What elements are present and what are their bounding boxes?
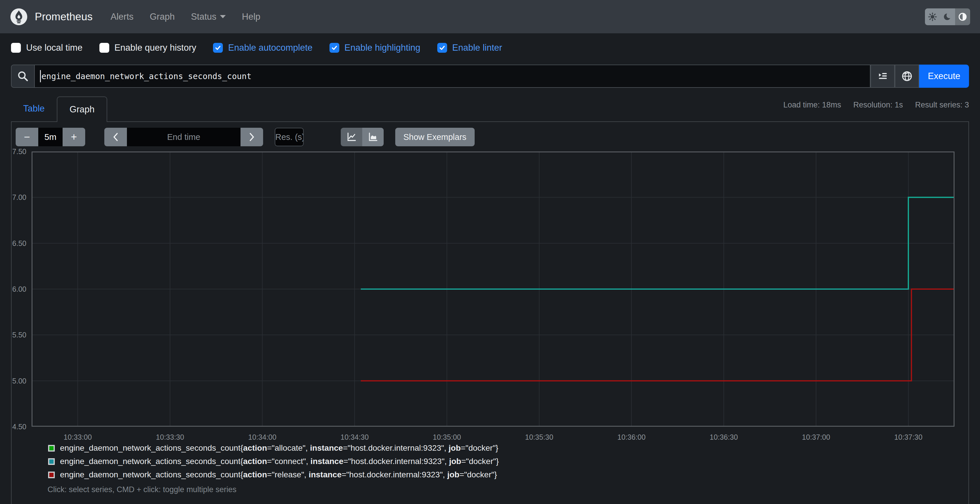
- nav-alerts[interactable]: Alerts: [111, 11, 134, 22]
- nav-graph[interactable]: Graph: [150, 11, 175, 22]
- query-options-row: Use local timeEnable query historyEnable…: [0, 33, 980, 60]
- search-icon: [17, 70, 29, 82]
- circle-half-icon: [958, 12, 967, 21]
- tab-table[interactable]: Table: [11, 96, 57, 121]
- result-tabs: Table Graph Load time: 18ms Resolution: …: [11, 96, 969, 121]
- stacked-chart-mode-button[interactable]: [362, 128, 383, 146]
- graph-panel: − +: [11, 121, 969, 504]
- stacked-chart-icon: [368, 132, 378, 142]
- show-exemplars-button[interactable]: Show Exemplars: [395, 128, 475, 146]
- decrease-range-button[interactable]: −: [16, 128, 38, 146]
- y-axis-tick-label: 7.50: [0, 148, 26, 156]
- x-axis-tick-label: 10:33:00: [64, 433, 92, 442]
- option-label: Enable query history: [115, 43, 196, 53]
- main-nav: Alerts Graph Status Help: [111, 11, 261, 22]
- x-axis-tick-label: 10:37:30: [894, 433, 922, 442]
- stat-load-time: Load time: 18ms: [783, 100, 841, 110]
- end-time-group: [104, 128, 263, 146]
- series-swatch-icon: [48, 445, 55, 452]
- query-stats: Load time: 18ms Resolution: 1s Result se…: [783, 96, 969, 110]
- unchecked-checkbox-icon: [99, 43, 109, 53]
- range-group: − +: [16, 128, 85, 146]
- chart-legend: engine_daemon_network_actions_seconds_co…: [48, 444, 964, 479]
- chart-area: 7.507.006.506.005.505.004.5010:33:0010:3…: [32, 151, 955, 427]
- increase-range-button[interactable]: +: [63, 128, 85, 146]
- chevron-left-icon: [112, 133, 119, 142]
- theme-toggle-group: [925, 8, 970, 25]
- line-chart-icon: [346, 132, 357, 142]
- option-label: Use local time: [26, 43, 83, 53]
- legend-series-label: engine_daemon_network_actions_seconds_co…: [60, 457, 499, 466]
- x-axis-tick-label: 10:35:30: [525, 433, 553, 442]
- x-axis-tick-label: 10:33:30: [156, 433, 184, 442]
- dark-theme-button[interactable]: [940, 8, 955, 25]
- y-axis-tick-label: 4.50: [0, 423, 26, 431]
- nav-status-dropdown[interactable]: Status: [191, 11, 226, 22]
- navbar: Prometheus Alerts Graph Status Help: [0, 0, 980, 33]
- graph-controls: − +: [16, 128, 964, 146]
- brand-title: Prometheus: [35, 11, 93, 23]
- chevron-right-icon: [248, 133, 256, 142]
- resolution-input[interactable]: [275, 128, 304, 146]
- search-addon: [11, 65, 34, 88]
- stat-resolution: Resolution: 1s: [853, 100, 903, 110]
- text-cursor: [40, 70, 41, 82]
- line-chart-mode-button[interactable]: [341, 128, 362, 146]
- checked-checkbox-icon: [437, 43, 447, 53]
- option-label: Enable linter: [452, 43, 502, 53]
- x-axis-tick-label: 10:36:00: [617, 433, 646, 442]
- x-axis-tick-label: 10:34:00: [248, 433, 277, 442]
- legend-series-label: engine_daemon_network_actions_seconds_co…: [60, 470, 497, 479]
- x-axis-tick-label: 10:34:30: [340, 433, 369, 442]
- back-time-button[interactable]: [104, 128, 127, 146]
- checked-checkbox-icon: [329, 43, 339, 53]
- x-axis-tick-label: 10:36:30: [710, 433, 738, 442]
- legend-help-text: Click: select series, CMD + click: toggl…: [48, 485, 964, 494]
- unchecked-checkbox-icon: [11, 43, 21, 53]
- chart-mode-toggle: [341, 128, 383, 146]
- metrics-explorer-button[interactable]: [895, 65, 919, 88]
- tab-graph[interactable]: Graph: [57, 97, 107, 122]
- x-axis-tick-label: 10:35:00: [433, 433, 461, 442]
- chart-plot[interactable]: [32, 151, 955, 427]
- forward-time-button[interactable]: [240, 128, 263, 146]
- moon-icon: [943, 13, 952, 21]
- auto-theme-button[interactable]: [955, 8, 970, 25]
- series-swatch-icon: [48, 472, 55, 478]
- series-swatch-icon: [48, 458, 55, 465]
- nav-help[interactable]: Help: [242, 11, 261, 22]
- query-tree-view-button[interactable]: [870, 65, 895, 88]
- legend-series-allocate[interactable]: engine_daemon_network_actions_seconds_co…: [48, 444, 964, 453]
- query-expression-text: engine_daemon_network_actions_seconds_co…: [41, 72, 251, 81]
- y-axis-tick-label: 7.00: [0, 193, 26, 202]
- option-enable-query-history[interactable]: Enable query history: [99, 43, 196, 53]
- option-enable-highlighting[interactable]: Enable highlighting: [329, 43, 420, 53]
- execute-button[interactable]: Execute: [919, 65, 969, 88]
- light-theme-button[interactable]: [925, 8, 940, 25]
- chevron-down-icon: [220, 15, 226, 18]
- y-axis-tick-label: 5.50: [0, 331, 26, 339]
- checked-checkbox-icon: [213, 43, 223, 53]
- query-expression-input[interactable]: engine_daemon_network_actions_seconds_co…: [34, 65, 870, 88]
- range-duration-input[interactable]: [38, 128, 63, 146]
- prometheus-logo-icon: [10, 8, 28, 26]
- option-label: Enable highlighting: [345, 43, 420, 53]
- end-time-input[interactable]: [127, 128, 240, 146]
- option-label: Enable autocomplete: [228, 43, 312, 53]
- stat-result-series: Result series: 3: [915, 100, 969, 110]
- legend-series-release[interactable]: engine_daemon_network_actions_seconds_co…: [48, 470, 964, 479]
- y-axis-tick-label: 6.00: [0, 285, 26, 293]
- option-enable-linter[interactable]: Enable linter: [437, 43, 502, 53]
- option-enable-autocomplete[interactable]: Enable autocomplete: [213, 43, 312, 53]
- prometheus-brand-link[interactable]: Prometheus: [10, 8, 93, 26]
- x-axis-tick-label: 10:37:00: [802, 433, 830, 442]
- indent-list-icon: [877, 71, 888, 82]
- y-axis-tick-label: 5.00: [0, 377, 26, 385]
- sun-icon: [928, 13, 937, 21]
- legend-series-connect[interactable]: engine_daemon_network_actions_seconds_co…: [48, 457, 964, 466]
- y-axis-tick-label: 6.50: [0, 239, 26, 247]
- legend-series-label: engine_daemon_network_actions_seconds_co…: [60, 444, 498, 453]
- globe-icon: [901, 70, 913, 82]
- option-use-local-time[interactable]: Use local time: [11, 43, 83, 53]
- query-bar: engine_daemon_network_actions_seconds_co…: [11, 65, 969, 88]
